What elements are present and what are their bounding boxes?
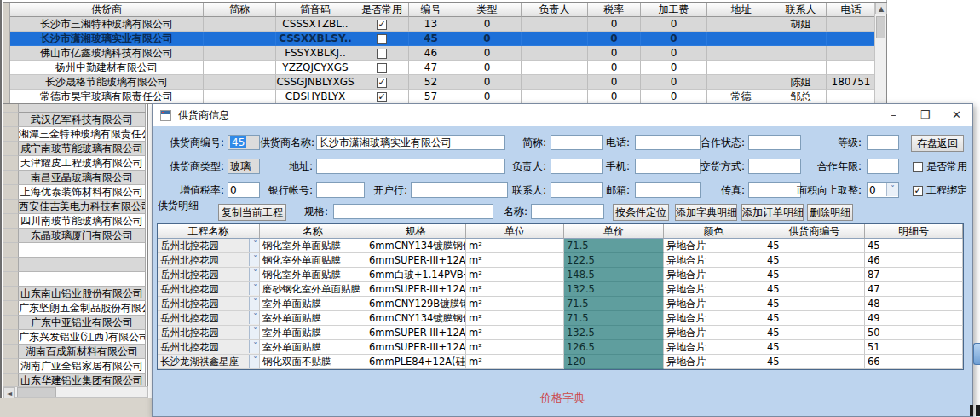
type-field[interactable]: 玻璃 <box>228 159 260 174</box>
scrollbar-thumb[interactable] <box>876 16 885 38</box>
checkbox-icon[interactable]: ✓ <box>377 20 387 30</box>
supplier-row[interactable]: 长沙晟格节能玻璃有限公司CSSGJNBLYXGS✓52000陈姐180751 <box>3 75 886 90</box>
supplier-row[interactable]: 长沙市潇湘玻璃实业有限公司CSSXXBLSY..45000 <box>3 32 886 46</box>
list-item[interactable]: 咸宁南玻节能玻璃有限公司 <box>3 142 147 156</box>
checkbox-icon[interactable] <box>377 34 387 44</box>
list-item[interactable]: 湘潭三金特种玻璃有限责任公司 <box>3 127 147 142</box>
list-item[interactable]: 山东华建铝业集团有限公司 <box>3 374 147 386</box>
checkbox-icon[interactable]: ✓ <box>913 186 923 196</box>
checkbox-icon[interactable]: ✓ <box>377 92 387 102</box>
column-header[interactable]: 供货商 <box>10 3 204 17</box>
detail-row[interactable]: 岳州北控花园˅钢化室外单面贴膜6mm白玻+1.14PVB+6mm...m²148… <box>158 268 963 282</box>
list-item[interactable]: 南昌亚晶玻璃有限公司 <box>3 171 147 185</box>
column-header[interactable]: 税率 <box>588 3 641 17</box>
project-name-combobox[interactable]: 岳州北控花园˅ <box>158 282 260 297</box>
column-header[interactable]: 明细号 <box>865 224 963 239</box>
chevron-down-icon[interactable]: ˅ <box>249 282 260 295</box>
copy-current-project-button[interactable]: 复制当前工程 <box>218 204 286 221</box>
detail-row[interactable]: 岳州北控花园˅钢化室外单面贴膜6mmSUPER-III+12A(硅...m²12… <box>158 253 963 268</box>
project-name-combobox[interactable]: 岳州北控花园˅ <box>158 297 260 311</box>
chevron-down-icon[interactable]: ˅ <box>249 355 260 368</box>
project-name-combobox[interactable]: 岳州北控花园˅ <box>158 268 260 282</box>
project-name-combobox[interactable]: 岳州北控花园˅ <box>158 340 260 355</box>
chevron-down-icon[interactable]: ˅ <box>249 268 260 281</box>
spec-filter-input[interactable] <box>333 204 493 219</box>
bank-no-field[interactable] <box>316 182 365 198</box>
save-return-button[interactable]: 存盘返回 <box>911 135 964 152</box>
round-up-combobox[interactable]: 0˅ <box>867 182 899 198</box>
column-header[interactable]: 单价 <box>564 224 664 239</box>
list-item[interactable]: 广东兴发铝业(江西)有限公司 <box>3 330 147 345</box>
chevron-down-icon[interactable]: ˅ <box>249 239 260 252</box>
supplier-row[interactable]: 扬州中勤建材有限公司YZZQJCYXGS47000 <box>3 61 886 75</box>
detail-row[interactable]: 岳州北控花园˅磨砂钢化室外单面贴膜6mmSUPER-III+12A(硅...m²… <box>158 282 963 297</box>
scroll-up-icon[interactable]: ▲ <box>875 3 887 14</box>
column-header[interactable]: 电话 <box>827 3 876 17</box>
supplier-row[interactable]: 佛山市亿鑫玻璃科技有限公司FSSYXBLKJ..46000 <box>3 46 886 61</box>
manager-field[interactable] <box>551 159 603 174</box>
detail-row[interactable]: 岳州北控花园˅室外单面贴膜6mmCNY129B镀膜钢化m²71.5异地合片454… <box>158 297 963 311</box>
column-header[interactable]: 工程名称 <box>158 224 260 239</box>
project-name-combobox[interactable]: 岳州北控花园˅ <box>158 253 260 268</box>
list-item[interactable]: 武汉亿军科技有限公司 <box>3 113 147 127</box>
grade-field[interactable] <box>867 135 899 150</box>
locate-by-condition-button[interactable]: 按条件定位 <box>613 204 669 221</box>
column-header[interactable]: 类型 <box>453 3 522 17</box>
column-header[interactable]: 加工费 <box>641 3 707 17</box>
coop-years-field[interactable] <box>867 159 899 174</box>
list-item[interactable] <box>3 258 147 272</box>
vat-field[interactable]: 0 <box>228 182 260 198</box>
list-item[interactable] <box>3 272 147 287</box>
list-horizontal-scrollbar[interactable]: ◄ <box>3 386 148 398</box>
chevron-down-icon[interactable]: ˅ <box>249 297 260 310</box>
detail-row[interactable]: 岳州北控花园˅钢化室外单面贴膜6mmCNY134镀膜钢化m²71.5异地合片45… <box>158 239 963 253</box>
minimize-button[interactable]: – <box>878 104 909 126</box>
detail-row[interactable]: 岳州北控花园˅室外单面贴膜6mmSUPER-III+12A(硅...m²132.… <box>158 326 963 340</box>
column-header[interactable]: 简称 <box>204 3 276 17</box>
scrollbar-thumb[interactable] <box>17 387 56 397</box>
add-dictionary-detail-button[interactable]: 添加字典明细 <box>675 204 737 221</box>
checkbox-icon[interactable] <box>913 162 923 172</box>
chevron-down-icon[interactable]: ˅ <box>886 182 898 196</box>
chevron-down-icon[interactable]: ˅ <box>249 311 260 324</box>
column-header[interactable]: 联系人 <box>775 3 827 17</box>
project-name-combobox[interactable]: 岳州北控花园˅ <box>158 326 260 340</box>
column-header[interactable]: 规格 <box>366 224 466 239</box>
scroll-left-icon[interactable]: ◄ <box>3 387 15 399</box>
project-bind-checkbox[interactable]: ✓工程绑定 <box>913 182 967 198</box>
supplier-name-field[interactable]: 长沙市潇湘玻璃实业有限公司 <box>316 135 505 150</box>
column-header[interactable]: 地址 <box>707 3 775 17</box>
chevron-down-icon[interactable]: ˅ <box>249 326 260 339</box>
supplier-row[interactable]: 长沙市三湘特种玻璃有限公司CSSSXTZBL..✓13000胡姐 <box>3 17 886 32</box>
maximize-button[interactable]: ❒ <box>909 104 941 126</box>
detail-row[interactable]: 岳州北控花园˅室外单面贴膜6mmSUPER-III+12A(硅...m²126.… <box>158 340 963 355</box>
add-order-detail-button[interactable]: 添加订单明细 <box>741 204 804 221</box>
detail-row[interactable]: 岳州北控花园˅室外单面贴膜6mmCNY134镀膜钢化m²71.5异地合片4549 <box>158 311 963 326</box>
list-item[interactable]: 山东南山铝业股份有限公司 <box>3 287 147 301</box>
column-header[interactable]: 供货商编号 <box>764 224 865 239</box>
delete-detail-button[interactable]: 删除明细 <box>807 204 853 221</box>
list-item[interactable]: 天津耀皮工程玻璃有限公司 <box>3 156 147 171</box>
list-item[interactable]: 广东中亚铝业有限公司 <box>3 316 147 330</box>
list-item[interactable]: 四川南玻节能玻璃有限公司 <box>3 214 147 229</box>
list-item[interactable]: 湖南广亚全铝家居有限公司 <box>3 359 147 374</box>
column-header[interactable]: 颜色 <box>664 224 764 239</box>
list-item[interactable]: 东晶玻璃厦门有限公司 <box>3 229 147 243</box>
checkbox-icon[interactable] <box>377 63 387 73</box>
column-header[interactable]: 名称 <box>260 224 366 239</box>
project-name-combobox[interactable]: 岳州北控花园˅ <box>158 239 260 253</box>
column-header[interactable]: 编号 <box>409 3 453 17</box>
bank-field[interactable] <box>411 182 508 198</box>
supplier-no-field[interactable]: 45 <box>228 135 260 150</box>
checkbox-icon[interactable]: ✓ <box>377 78 387 88</box>
checkbox-icon[interactable] <box>377 49 387 59</box>
column-header[interactable]: 负责人 <box>522 3 588 17</box>
list-item[interactable]: 上海优泰装饰材料有限公司 <box>3 185 147 200</box>
list-item[interactable]: 西安佳吉美电力科技有限公司 <box>3 200 147 214</box>
supplier-row[interactable]: 常德市昊宇玻璃有限责任公司CDSHYBLYX✓57000常德邹总 <box>3 90 886 104</box>
common-checkbox[interactable]: 是否常用 <box>913 159 967 174</box>
close-icon[interactable]: ✕ <box>941 104 972 126</box>
column-header[interactable]: 是否常用 <box>355 3 409 17</box>
dialog-titlebar[interactable]: 供货商信息 – ❒ ✕ <box>153 104 972 126</box>
chevron-down-icon[interactable]: ˅ <box>249 340 260 353</box>
